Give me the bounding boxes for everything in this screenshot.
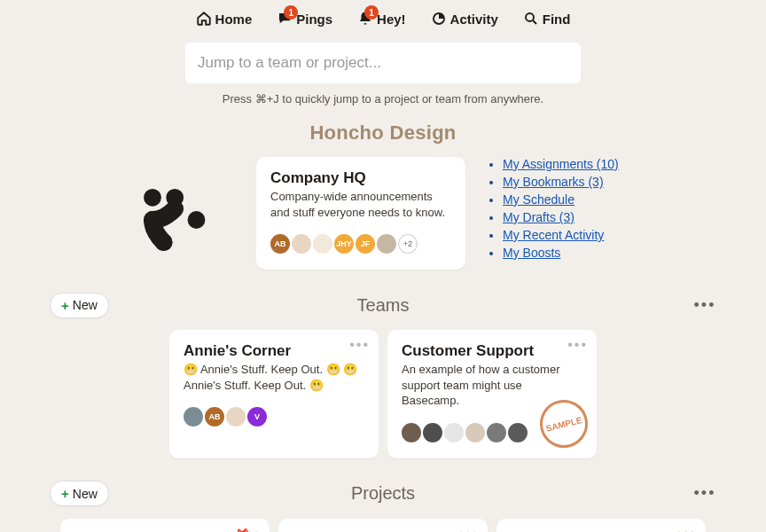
new-label: New (73, 298, 98, 312)
find-icon (523, 11, 539, 27)
nav-find[interactable]: Find (523, 11, 571, 27)
my-link[interactable]: My Drafts (3) (503, 210, 574, 224)
nav-pings[interactable]: 1 Pings (277, 11, 332, 27)
nav-hey-label: Hey! (377, 12, 406, 27)
home-icon (196, 11, 212, 27)
avatar (375, 232, 398, 255)
svg-point-1 (526, 13, 534, 21)
teams-title: Teams (357, 295, 410, 316)
new-label: New (73, 487, 98, 501)
nav-activity[interactable]: Activity (431, 11, 498, 27)
svg-point-2 (144, 189, 161, 207)
top-nav: Home 1 Pings 1 Hey! Activity Find (0, 0, 766, 30)
project-card[interactable]: •••Honcho Design Newsroom (496, 519, 706, 532)
team-avatars: ABV (184, 405, 364, 428)
teams-row: •••Annie's Corner😬 Annie's Stuff. Keep O… (0, 330, 766, 458)
jump-section: Press ⌘+J to quickly jump to a project o… (0, 43, 766, 106)
avatar (224, 405, 247, 428)
hq-title: Company HQ (270, 169, 451, 187)
org-logo (102, 157, 235, 260)
avatar (506, 421, 529, 444)
team-avatars (402, 421, 582, 444)
nav-home-label: Home (215, 12, 253, 27)
nav-hey[interactable]: 1 Hey! (357, 11, 406, 27)
nav-activity-label: Activity (450, 12, 498, 27)
avatar (400, 421, 423, 444)
my-link[interactable]: My Assignments (10) (503, 157, 619, 171)
avatar: V (246, 405, 269, 428)
projects-row: •••📌A Basic Playground•••Example•••Honch… (0, 519, 766, 532)
teams-section-bar: + New Teams ••• (50, 289, 716, 321)
team-title: Customer Support (402, 342, 582, 360)
avatar (464, 421, 487, 444)
card-menu-button[interactable]: ••• (458, 526, 479, 532)
plus-icon: + (61, 486, 69, 501)
avatar: AB (203, 405, 226, 428)
card-menu-button[interactable]: ••• (567, 337, 588, 353)
project-card[interactable]: •••📌A Basic Playground (60, 519, 270, 532)
avatar (182, 405, 205, 428)
team-desc: An example of how a customer support tea… (402, 362, 582, 409)
avatar (421, 421, 444, 444)
hey-badge: 1 (364, 5, 379, 20)
avatar: AB (269, 232, 292, 255)
company-hq-card[interactable]: Company HQ Company-wide announcements an… (256, 157, 465, 270)
nav-pings-label: Pings (296, 12, 332, 27)
logo-icon (129, 180, 208, 260)
avatar (442, 421, 465, 444)
nav-find-label: Find (543, 12, 571, 27)
my-link[interactable]: My Schedule (503, 192, 574, 207)
hq-avatars: ABJHYJF+2 (270, 232, 451, 255)
org-title: Honcho Design (0, 121, 766, 145)
my-link[interactable]: My Recent Activity (503, 228, 604, 242)
plus-icon: + (61, 298, 69, 313)
card-menu-button[interactable]: ••• (349, 337, 370, 353)
projects-title: Projects (351, 483, 415, 504)
teams-new-button[interactable]: + New (50, 293, 109, 318)
jump-input[interactable] (185, 43, 581, 83)
avatar (290, 232, 313, 255)
projects-section-bar: + New Projects ••• (50, 478, 716, 510)
team-card[interactable]: •••Customer SupportAn example of how a c… (387, 330, 597, 458)
hq-desc: Company-wide announcements and stuff eve… (270, 189, 451, 220)
nav-home[interactable]: Home (196, 11, 253, 27)
avatar: JF (354, 232, 377, 255)
team-card[interactable]: •••Annie's Corner😬 Annie's Stuff. Keep O… (169, 330, 379, 458)
jump-hint: Press ⌘+J to quickly jump to a project o… (223, 92, 543, 106)
projects-menu-button[interactable]: ••• (693, 482, 716, 505)
avatar: JHY (332, 232, 356, 255)
projects-new-button[interactable]: + New (50, 481, 109, 506)
avatar-more[interactable]: +2 (396, 232, 419, 255)
avatar (485, 421, 508, 444)
org-row: Company HQ Company-wide announcements an… (0, 157, 766, 270)
my-link[interactable]: My Boosts (503, 246, 560, 260)
my-link[interactable]: My Bookmarks (3) (503, 175, 604, 189)
team-desc: 😬 Annie's Stuff. Keep Out. 😬 😬 Annie's S… (184, 362, 364, 393)
project-card[interactable]: •••Example (278, 519, 488, 532)
svg-point-5 (188, 211, 206, 229)
activity-icon (431, 11, 447, 27)
my-links: My Assignments (10)My Bookmarks (3)My Sc… (487, 157, 664, 263)
avatar (311, 232, 334, 255)
team-title: Annie's Corner (184, 342, 364, 360)
teams-menu-button[interactable]: ••• (693, 293, 716, 317)
card-menu-button[interactable]: ••• (676, 526, 697, 532)
